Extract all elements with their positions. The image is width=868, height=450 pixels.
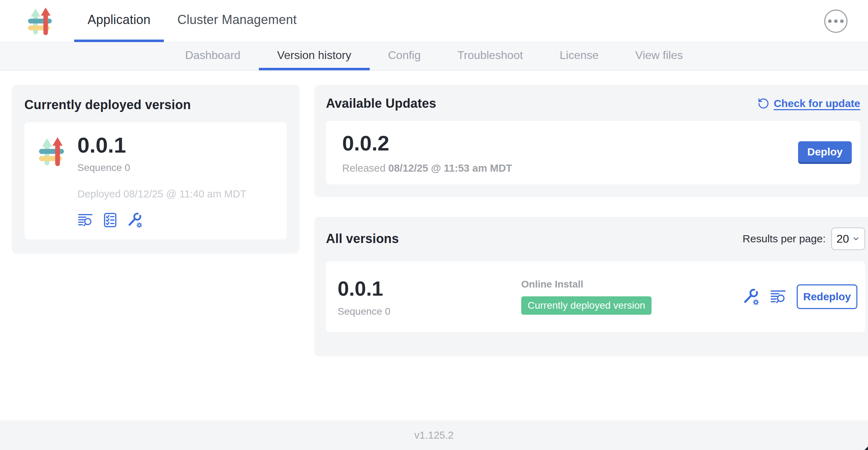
subnav-view-files[interactable]: View files xyxy=(617,42,701,70)
currently-deployed-column: Currently deployed version 0.0.1 Sequenc… xyxy=(12,85,299,254)
subnav-config[interactable]: Config xyxy=(370,42,439,70)
current-version-sequence: Sequence 0 xyxy=(77,162,246,173)
install-type-label: Online Install xyxy=(521,279,742,290)
subnav-dashboard[interactable]: Dashboard xyxy=(167,42,259,70)
subnav-version-history[interactable]: Version history xyxy=(259,42,370,70)
version-row-sequence: Sequence 0 xyxy=(338,306,521,317)
current-version-deployed-date: Deployed 08/12/25 @ 11:40 am MDT xyxy=(77,188,246,200)
app-subnav: Dashboard Version history Config Trouble… xyxy=(0,42,868,71)
chevron-down-icon xyxy=(852,235,860,243)
results-per-page-value: 20 xyxy=(837,232,849,245)
versions-column: Available Updates Check for update 0.0.2… xyxy=(314,85,868,356)
results-per-page-label: Results per page: xyxy=(743,233,826,245)
currently-deployed-title: Currently deployed version xyxy=(24,97,287,112)
release-notes-icon[interactable] xyxy=(77,212,94,228)
available-updates-card: Available Updates Check for update 0.0.2… xyxy=(314,85,868,197)
results-per-page: Results per page: 20 xyxy=(743,227,865,250)
primary-tabs: Application Cluster Management xyxy=(74,0,310,42)
update-info: 0.0.2 Released 08/12/25 @ 11:53 am MDT xyxy=(342,131,512,174)
refresh-icon xyxy=(757,97,769,109)
currently-deployed-badge: Currently deployed version xyxy=(521,296,652,315)
version-row-actions: Redeploy xyxy=(742,284,857,309)
available-updates-title: Available Updates xyxy=(326,96,436,111)
check-for-update-link[interactable]: Check for update xyxy=(757,97,860,109)
tab-cluster-management[interactable]: Cluster Management xyxy=(164,0,310,42)
update-version-number: 0.0.2 xyxy=(342,131,512,155)
ellipsis-menu-button[interactable] xyxy=(824,10,848,33)
available-update-row: 0.0.2 Released 08/12/25 @ 11:53 am MDT D… xyxy=(326,121,860,184)
app-logo-icon xyxy=(25,6,56,36)
config-wrench-icon[interactable] xyxy=(127,212,143,228)
release-notes-icon[interactable] xyxy=(770,288,787,305)
corner-artifact xyxy=(864,446,868,450)
update-released-date: Released 08/12/25 @ 11:53 am MDT xyxy=(342,162,512,174)
console-version: v1.125.2 xyxy=(414,430,453,441)
version-row-info: 0.0.1 Sequence 0 xyxy=(338,277,521,317)
currently-deployed-card: Currently deployed version 0.0.1 Sequenc… xyxy=(12,85,299,254)
subnav-license[interactable]: License xyxy=(541,42,617,70)
currently-deployed-version-card: 0.0.1 Sequence 0 Deployed 08/12/25 @ 11:… xyxy=(24,122,287,239)
admin-console-page: Application Cluster Management Dashboard… xyxy=(0,0,868,450)
subnav-troubleshoot[interactable]: Troubleshoot xyxy=(439,42,541,70)
version-row-number: 0.0.1 xyxy=(338,277,521,300)
console-footer: v1.125.2 xyxy=(0,420,868,450)
app-logo-icon xyxy=(36,136,68,167)
config-wrench-icon[interactable] xyxy=(742,288,760,306)
results-per-page-select[interactable]: 20 xyxy=(831,227,865,250)
current-version-info: 0.0.1 Sequence 0 Deployed 08/12/25 @ 11:… xyxy=(77,134,246,228)
current-version-actions xyxy=(77,212,246,228)
preflight-checks-icon[interactable] xyxy=(102,212,118,228)
tab-application[interactable]: Application xyxy=(74,0,164,42)
redeploy-button[interactable]: Redeploy xyxy=(797,284,857,309)
main-content: Currently deployed version 0.0.1 Sequenc… xyxy=(0,71,868,420)
ellipsis-icon xyxy=(828,19,832,23)
version-row: 0.0.1 Sequence 0 Online Install Currentl… xyxy=(326,261,865,332)
all-versions-header: All versions Results per page: 20 xyxy=(326,227,865,250)
current-version-number: 0.0.1 xyxy=(77,134,246,156)
all-versions-title: All versions xyxy=(326,231,399,246)
version-row-status: Online Install Currently deployed versio… xyxy=(521,279,742,315)
check-for-update-label: Check for update xyxy=(774,97,860,109)
all-versions-card: All versions Results per page: 20 0.0 xyxy=(314,217,868,356)
available-updates-header: Available Updates Check for update xyxy=(326,96,860,111)
deploy-button[interactable]: Deploy xyxy=(798,141,852,164)
top-bar: Application Cluster Management xyxy=(0,0,868,42)
